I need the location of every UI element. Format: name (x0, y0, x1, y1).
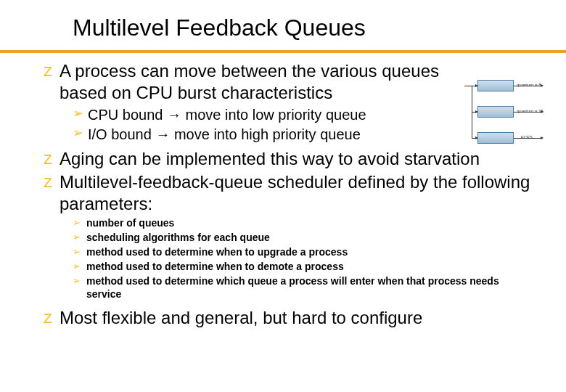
arrow-icon (514, 138, 543, 139)
triangle-bullet-icon: ➢ (73, 274, 81, 287)
triangle-bullet-icon: ➢ (73, 125, 83, 142)
z-bullet-icon: z (44, 60, 52, 81)
arrow-connector (472, 112, 472, 138)
sub-item: ➢ number of queues (73, 216, 537, 230)
arrow-icon (472, 112, 477, 113)
arrow-connector (472, 86, 472, 112)
sub-item-text: scheduling algorithms for each queue (86, 231, 270, 245)
z-bullet-icon: z (44, 307, 52, 328)
sub-item-text: method used to determine which queue a p… (86, 274, 507, 302)
triangle-bullet-icon: ➢ (73, 105, 83, 122)
queue-label-1: quantum = 8 (517, 83, 541, 87)
z-bullet-icon: z (44, 148, 52, 169)
queue-label-2: quantum = 16 (517, 109, 544, 113)
queue-box-1 (477, 80, 514, 91)
triangle-bullet-icon: ➢ (73, 260, 81, 273)
triangle-bullet-icon: ➢ (73, 231, 81, 244)
bullet-3: z Multilevel-feedback-queue scheduler de… (44, 171, 537, 215)
bullet-3-sublist: ➢ number of queues ➢ scheduling algorith… (73, 216, 537, 301)
sub-item-text: number of queues (86, 216, 174, 230)
content-area: z A process can move between the various… (44, 60, 537, 329)
sub-item: ➢ method used to determine when to demot… (73, 260, 537, 274)
bullet-4-text: Most flexible and general, but hard to c… (60, 307, 422, 329)
triangle-bullet-icon: ➢ (73, 216, 81, 229)
sub-item-text: CPU bound → move into low priority queue (88, 105, 366, 124)
slide-title: Multilevel Feedback Queues (73, 15, 537, 41)
sub-item: ➢ method used to determine which queue a… (73, 274, 537, 302)
triangle-bullet-icon: ➢ (73, 245, 81, 258)
z-bullet-icon: z (44, 171, 52, 192)
queue-diagram: quantum = 8 quantum = 16 FCFS (464, 80, 544, 160)
arrow-icon (514, 112, 543, 113)
bullet-3-text: Multilevel-feedback-queue scheduler defi… (60, 171, 537, 215)
queue-box-3 (477, 132, 514, 144)
bullet-2-text: Aging can be implemented this way to avo… (60, 148, 480, 170)
sub-item-text: method used to determine when to demote … (86, 260, 344, 274)
bullet-1: z A process can move between the various… (44, 60, 537, 104)
bullet-1-text: A process can move between the various q… (60, 60, 466, 104)
slide: Multilevel Feedback Queues z A process c… (0, 0, 566, 392)
sub-item-text: method used to determine when to upgrade… (86, 245, 348, 259)
arrow-icon (514, 86, 543, 86)
title-underline (0, 50, 566, 53)
bullet-2: z Aging can be implemented this way to a… (44, 148, 537, 170)
bullet-4: z Most flexible and general, but hard to… (44, 307, 537, 329)
queue-label-3: FCFS (521, 135, 533, 139)
arrow-icon (464, 86, 477, 86)
sub-item-text: I/O bound → move into high priority queu… (88, 125, 361, 144)
sub-item: ➢ scheduling algorithms for each queue (73, 231, 537, 245)
sub-item: ➢ method used to determine when to upgra… (73, 245, 537, 259)
queue-box-2 (477, 106, 514, 118)
arrow-icon (472, 138, 477, 139)
